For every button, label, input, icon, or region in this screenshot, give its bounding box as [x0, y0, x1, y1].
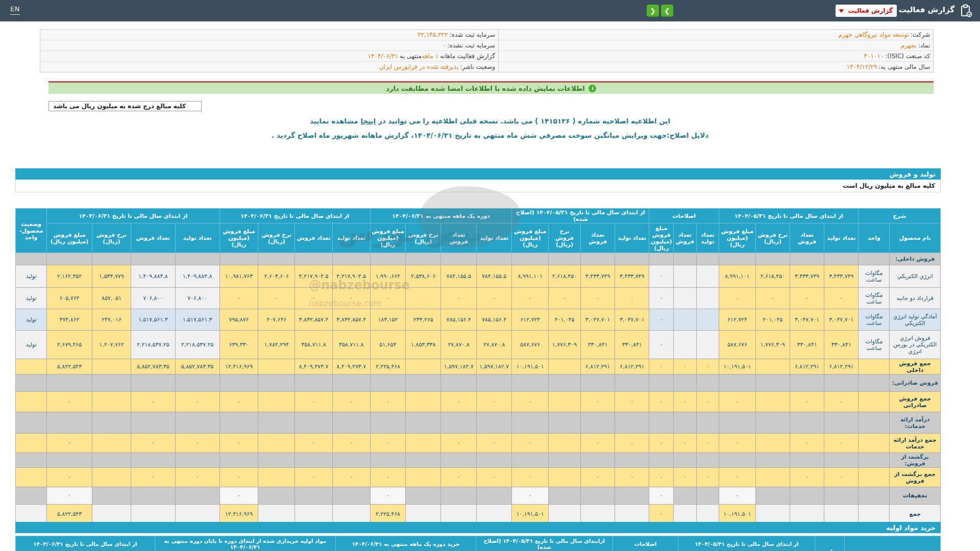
table-cell	[696, 309, 719, 331]
table-cell	[16, 487, 47, 505]
table-cell	[332, 253, 370, 265]
table-cell	[580, 253, 615, 265]
table-cell: ۰	[512, 392, 549, 412]
table-cell	[258, 392, 295, 412]
table-cell: ۷۰۶,۸۰۰	[131, 288, 175, 309]
table-cell	[441, 412, 476, 434]
table-cell: ۲۳۳,۲۶۵	[406, 309, 441, 331]
table-cell: ۴,۲۱۷,۹۰۴.۵	[332, 265, 370, 288]
table-cell: ۳,۴۳۳,۷۴۹	[615, 265, 649, 288]
row-label: فروش داخلی:	[890, 253, 941, 265]
column-header: نرخ فروش (ریال)	[755, 223, 790, 253]
table-cell	[332, 453, 370, 468]
table-cell: ۳۳۰,۸۴۱	[580, 331, 615, 359]
table-cell	[755, 487, 790, 505]
table-cell	[175, 374, 219, 392]
table-row: جمع برگشت از فروش۰۰۰۰۰۰۰۰۰۰۰۰۰۰۰۰۰۰	[16, 468, 941, 487]
table-cell	[92, 253, 131, 265]
table-cell: ۰	[441, 392, 476, 412]
table-cell: ۰	[674, 359, 696, 374]
table-cell	[674, 253, 696, 265]
field-value: ۱۴۰۴/۰۶/۳۱	[368, 53, 399, 60]
table-cell: مگاوات ساعت	[859, 309, 890, 331]
table-cell: ۱,۷۷۶,۳۰۹	[548, 331, 580, 359]
previous-version-link[interactable]: اینجا	[360, 117, 376, 125]
table-cell	[16, 374, 47, 392]
field-value: ۱ ماهه	[422, 53, 438, 60]
table-cell: ۰	[580, 434, 615, 453]
table-cell: تولید	[16, 288, 47, 309]
table-cell	[295, 374, 333, 392]
amendment-notice-prefix: این اطلاعیه اصلاحیه شماره ( ۱۴۱۵۱۳۶ ) می…	[376, 117, 670, 125]
table-cell: ۰	[441, 434, 476, 453]
table-row: انرژي الکتریکيمگاوات ساعت۳,۴۳۳,۷۴۹۳,۴۳۳,…	[16, 265, 941, 288]
table-cell	[131, 412, 175, 434]
table-cell	[649, 253, 674, 265]
table-cell: مگاوات ساعت	[859, 265, 890, 288]
column-header: از ابتدای سال مالی تا تاریخ ۱۴۰۴/۰۵/۳۱ (…	[512, 209, 649, 223]
million-rial-note: کلیه مبالغ درج شده به میلیون ریال می باش…	[48, 101, 202, 111]
table-cell	[441, 505, 476, 524]
table-cell: ۵,۸۵۲,۷۸۳.۳۵	[131, 359, 175, 374]
field-label: شرکت:	[911, 31, 930, 38]
table-cell: ۰	[219, 392, 258, 412]
table-cell	[824, 453, 859, 468]
table-cell: ۱,۴۰۹,۸۸۴.۸	[175, 265, 219, 288]
table-cell	[755, 434, 790, 453]
row-label: جمع فروش صادراتی	[890, 392, 941, 412]
table-cell: ۱,۷۷۶,۳۰۹	[755, 331, 790, 359]
table-cell: ۰	[295, 392, 333, 412]
column-header: نرخ فروش (ریال)	[92, 223, 131, 253]
table-cell: ۳۳۰,۸۴۱	[790, 331, 824, 359]
table-cell	[755, 468, 790, 487]
row-label: فروش صادراتی:	[890, 374, 941, 392]
table-row: درآمد ارائه خدمات:	[16, 412, 941, 434]
table-cell	[674, 309, 696, 331]
table-cell	[615, 453, 649, 468]
language-switch-en[interactable]: EN	[10, 5, 20, 15]
report-type-select[interactable]: گزارش فعالیت ▼	[836, 5, 897, 17]
table-cell: ۰	[824, 468, 859, 487]
table-cell	[476, 453, 511, 468]
table-cell: ۷۰۶,۸۰۰	[175, 288, 219, 309]
table-cell	[790, 487, 824, 505]
table-cell	[580, 412, 615, 434]
table-cell: ۰	[332, 434, 370, 453]
table-cell: ۶,۸۱۲,۲۹۱	[790, 359, 824, 374]
table-cell: ۱,۵۱۷,۵۶۱.۳	[131, 309, 175, 331]
table-cell	[790, 253, 824, 265]
column-header: نرخ فروش (ریال)	[258, 223, 295, 253]
table-cell	[131, 453, 175, 468]
table-cell	[219, 412, 258, 434]
table-cell	[16, 359, 47, 374]
table-cell: ۳۵۸,۷۱۱.۸	[295, 331, 333, 359]
table-cell: ۶,۸۱۲,۲۹۱	[615, 359, 649, 374]
table-cell: ۰	[824, 434, 859, 453]
column-header: تعداد فروش	[441, 223, 476, 253]
column-header: مبلغ فروش (میلیون ریال)	[649, 223, 674, 253]
table-cell: ۰	[649, 331, 674, 359]
table-cell: ۱۲,۴۱۶,۹۶۹	[219, 359, 258, 374]
table-cell: ۳,۰۴۷,۷۰۱	[790, 309, 824, 331]
table-cell	[719, 374, 756, 392]
table-cell	[615, 374, 649, 392]
company-info-row: شرکت: توسعه مولد نیروگاهي جهرمسرمایه ثبت…	[40, 30, 933, 40]
table-cell: ۱,۵۱۷,۵۶۱.۳	[175, 309, 219, 331]
table-cell: ۴,۲۱۷,۹۰۴.۵	[295, 265, 333, 288]
table-cell: ۰	[476, 288, 511, 309]
table-cell	[755, 453, 790, 468]
table-cell: ۰	[790, 434, 824, 453]
column-header: مبلغ فروش (میلیون ریال)	[719, 223, 756, 253]
table-cell	[476, 253, 511, 265]
table-cell	[548, 374, 580, 392]
next-report-button[interactable]: ❯	[661, 5, 673, 17]
row-label: تخفیفات	[890, 487, 941, 505]
table-row: آمادگي تولید انرژي الکتریکيمگاوات ساعت۳,…	[16, 309, 941, 331]
table-cell: ۲,۲۱۸,۵۳۷.۲۵	[175, 331, 219, 359]
table-cell: ۰	[512, 487, 549, 505]
previous-report-button[interactable]: ❮	[647, 5, 659, 17]
company-info-table: شرکت: توسعه مولد نیروگاهي جهرمسرمایه ثبت…	[40, 29, 934, 72]
field-label: نماد:	[918, 42, 930, 49]
table-cell: ۱۰,۱۹۱,۵۰۱	[512, 505, 549, 524]
column-header: مبلغ فروش (میلیون ریال)	[47, 223, 92, 253]
